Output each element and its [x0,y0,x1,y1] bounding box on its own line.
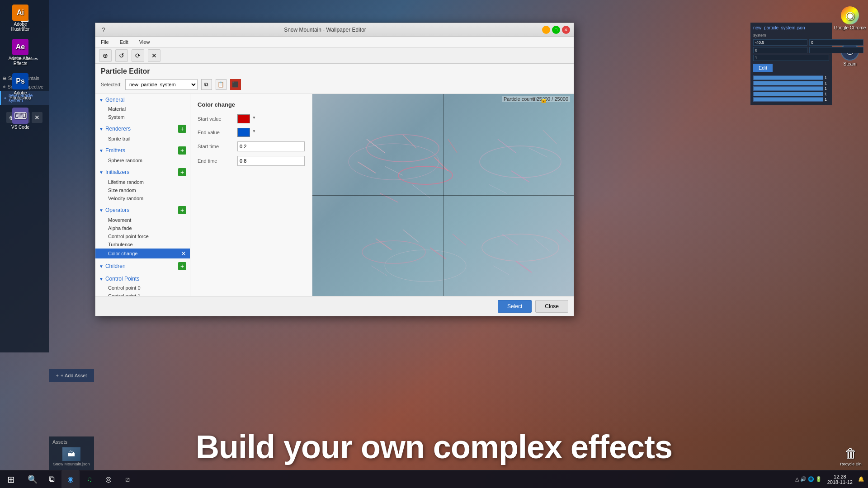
window-titlebar: ? Snow Mountain - Wallpaper Editor ─ □ ✕ [95,23,574,37]
svg-line-29 [557,230,570,242]
add-renderer-button[interactable]: + [178,125,186,133]
close-window-button[interactable]: ✕ [562,26,570,34]
svg-line-7 [358,162,376,173]
toolbar-icon-2[interactable]: ↺ [115,49,128,62]
tree-header-renderers[interactable]: ▼ Renderers + [95,123,190,135]
start-time-input[interactable] [237,141,305,151]
tree-item-movement[interactable]: Movement [95,216,190,224]
tree-item-color-change[interactable]: Color change ✕ [95,249,190,258]
slider-4[interactable] [753,92,823,96]
svg-line-13 [529,148,547,157]
minimize-button[interactable]: ─ [542,26,550,34]
taskbar-chrome2[interactable]: ◎ [99,470,118,488]
tree-header-initializers[interactable]: ▼ Initializers + [95,166,190,178]
desktop-icon-ai[interactable]: Ai Adobe Illustrator [5,5,36,32]
tree-item-cp0[interactable]: Control point 0 [95,284,190,292]
toolbar-icon-3[interactable]: ⟳ [132,49,144,62]
json-input-v[interactable] [753,55,829,61]
help-button[interactable]: ? [99,25,108,34]
tree-item-sprite-trail[interactable]: Sprite trail [95,135,190,143]
json-input-x[interactable] [753,39,807,46]
taskbar-chrome[interactable]: ◉ [61,470,80,488]
tree-item-turbulence[interactable]: Turbulence [95,240,190,249]
preview-canvas: Particle count: 25000 / 25000 👁 🔒 [312,94,574,296]
close-button[interactable]: Close [535,300,568,313]
json-input-y[interactable] [809,39,863,46]
menu-view[interactable]: View [137,38,152,46]
json-input-w[interactable] [809,47,863,53]
start-value-color[interactable] [237,114,250,123]
add-child-button[interactable]: + [178,262,186,270]
asset-item-snow-mountain[interactable]: 🏔 Snow Mountain.json [51,446,92,468]
add-emitter-button[interactable]: + [178,146,186,155]
desktop-icon-ps[interactable]: Ps Adobe Photoshop [5,73,36,100]
svg-point-24 [482,234,559,261]
add-operator-button[interactable]: + [178,206,186,214]
json-panel: new_particle_system.json system Edit 1 1… [750,23,832,105]
maximize-button[interactable]: □ [552,26,560,34]
tree-item-alpha-fade[interactable]: Alpha fade [95,224,190,232]
tree-section-initializers: ▼ Initializers + Lifetime random Size ra… [95,165,190,203]
tree-item-lifetime-random[interactable]: Lifetime random [95,178,190,186]
toolbar-icon-4[interactable]: ✕ [148,49,160,62]
desktop-icons-left: Ai Adobe Illustrator Ae Adobe After Effe… [5,5,36,130]
tree-header-general[interactable]: ▼ General [95,95,190,105]
assets-title: Assets [51,438,92,446]
tree-header-control-points[interactable]: ▼ Control Points [95,274,190,284]
select-button[interactable]: Select [498,300,532,313]
tree-header-operators[interactable]: ▼ Operators + [95,204,190,216]
window-toolbar: ⊕ ↺ ⟳ ✕ [95,47,574,64]
particle-system-dropdown[interactable]: new_particle_system [125,79,198,90]
tree-item-system[interactable]: System [95,113,190,121]
config-title: Color change [198,101,305,108]
preview-lock-icon[interactable]: 🔒 [540,96,547,103]
taskbar-task-view[interactable]: ⧉ [42,470,61,488]
tree-item-cp1[interactable]: Control point 1 [95,292,190,296]
slider-5[interactable] [753,97,823,102]
taskbar-spotify[interactable]: ♫ [80,470,99,488]
slider-1[interactable] [753,75,823,80]
taskbar-search[interactable]: 🔍 [24,470,42,488]
menu-file[interactable]: File [99,38,111,46]
slider-2[interactable] [753,81,823,85]
window-controls: ─ □ ✕ [542,26,570,34]
json-input-z[interactable] [753,47,807,53]
end-time-label: End time [198,158,234,164]
tree-item-size-random[interactable]: Size random [95,186,190,194]
menu-edit[interactable]: Edit [118,38,130,46]
tree-item-material[interactable]: Material [95,105,190,113]
svg-point-0 [367,135,439,162]
preview-eye-icon[interactable]: 👁 [531,96,538,103]
end-time-input[interactable] [237,156,305,166]
add-initializer-button[interactable]: + [178,168,186,176]
remove-color-change-button[interactable]: ✕ [181,250,186,257]
window-title: Snow Mountain - Wallpaper Editor [108,27,542,33]
slider-3[interactable] [753,86,823,91]
delete-button[interactable]: ⬛ [230,79,241,90]
end-value-color[interactable] [237,128,250,137]
desktop-icon-vs[interactable]: ⌨ VS Code [5,108,36,130]
svg-line-9 [412,184,430,198]
tree-header-emitters[interactable]: ▼ Emitters + [95,145,190,156]
desktop-icon-chrome[interactable]: ◉ Google Chrome [832,0,868,36]
taskbar-app[interactable]: ⧄ [118,470,137,488]
tree-item-control-point-force[interactable]: Control point force [95,232,190,240]
svg-point-17 [362,241,425,263]
copy-button[interactable]: ⧉ [201,79,212,90]
tree-item-sphere-random[interactable]: Sphere random [95,156,190,164]
svg-line-27 [516,261,532,272]
end-value-label: End value [198,130,234,135]
tree-header-children[interactable]: ▼ Children + [95,260,190,272]
window-main: Particle Editor Selected: new_particle_s… [95,64,574,296]
tree-item-velocity-random[interactable]: Velocity random [95,194,190,202]
desktop-icon-ae[interactable]: Ae Adobe After Effects [5,39,36,66]
edit-button[interactable]: Edit [753,64,773,72]
recycle-bin[interactable]: 🗑 Recycle Bin [837,446,864,466]
toolbar-icon-1[interactable]: ⊕ [99,49,112,62]
asset-thumbnail: 🏔 [62,447,80,461]
add-asset-button[interactable]: + + Add Asset [49,369,94,382]
svg-line-25 [502,234,518,245]
paste-button[interactable]: 📋 [216,79,226,90]
start-button[interactable]: ⊞ [0,470,22,488]
notification-icon[interactable]: 🔔 [858,476,864,482]
